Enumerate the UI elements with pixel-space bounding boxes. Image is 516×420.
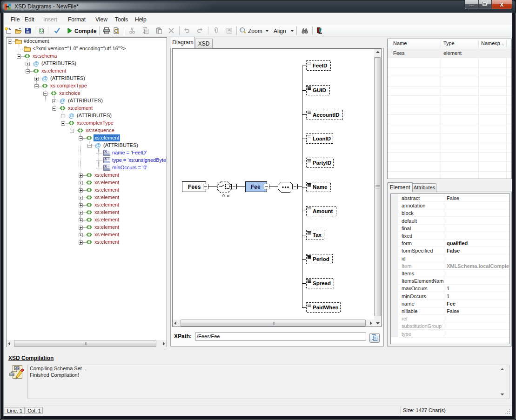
svg-text:PartyID: PartyID	[313, 160, 331, 166]
svg-text:A: A	[228, 28, 230, 32]
svg-text:A: A	[105, 158, 107, 160]
svg-text:@: @	[33, 60, 39, 67]
svg-text:A: A	[105, 165, 107, 168]
svg-text:FeeID: FeeID	[313, 63, 327, 68]
svg-text:Name: Name	[313, 184, 327, 190]
svg-text:Spread: Spread	[313, 280, 331, 286]
svg-text:Amount: Amount	[313, 208, 333, 214]
svg-text:AccountID: AccountID	[313, 112, 340, 118]
svg-text:0..∞: 0..∞	[222, 193, 230, 198]
svg-text:@: @	[95, 142, 101, 149]
svg-text:@: @	[42, 75, 48, 82]
svg-text:Fee: Fee	[251, 184, 261, 190]
svg-text:Tax: Tax	[313, 232, 322, 238]
svg-text:<>: <>	[15, 367, 19, 370]
svg-text:Fees: Fees	[188, 184, 201, 190]
svg-text:@: @	[60, 97, 66, 104]
svg-text:PaidWhen: PaidWhen	[313, 305, 339, 310]
svg-text:LoanID: LoanID	[313, 136, 331, 141]
svg-text:A: A	[105, 150, 107, 153]
svg-text:GUID: GUID	[313, 87, 326, 93]
svg-text:<>: <>	[10, 373, 14, 376]
svg-text:Period: Period	[313, 256, 329, 262]
svg-text:@: @	[68, 112, 74, 119]
